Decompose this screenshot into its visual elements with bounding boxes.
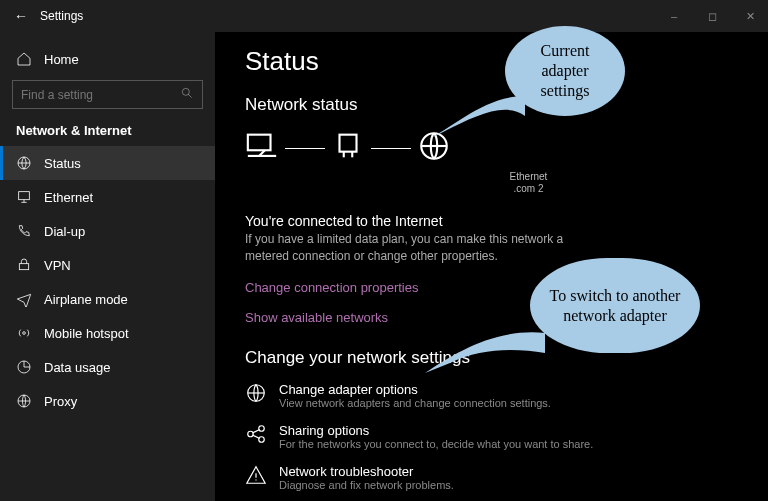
svg-point-8 <box>23 332 26 335</box>
svg-rect-12 <box>248 135 271 151</box>
sidebar-item-label: Data usage <box>44 360 111 375</box>
callout-switch-adapter: To switch to another network adapter <box>530 258 700 353</box>
back-button[interactable]: ← <box>8 8 34 24</box>
callout-current-adapter: Current adapter settings <box>505 26 625 116</box>
sidebar-item-status[interactable]: Status <box>0 146 215 180</box>
link-available-networks[interactable]: Show available networks <box>245 310 388 325</box>
window-controls: – ◻ ✕ <box>664 10 760 23</box>
titlebar: ← Settings – ◻ ✕ <box>0 0 768 32</box>
sidebar-item-label: Airplane mode <box>44 292 128 307</box>
option-sharing[interactable]: Sharing options For the networks you con… <box>245 423 744 450</box>
sidebar-home-label: Home <box>44 52 79 67</box>
sidebar-item-vpn[interactable]: VPN <box>0 248 215 282</box>
svg-point-24 <box>259 437 265 443</box>
connection-line <box>285 148 325 149</box>
warning-icon <box>245 464 267 491</box>
page-title: Status <box>245 46 744 77</box>
option-desc: Diagnose and fix network problems. <box>279 479 454 491</box>
sidebar-item-label: Proxy <box>44 394 77 409</box>
sidebar-item-label: Mobile hotspot <box>44 326 129 341</box>
search-icon <box>180 86 194 103</box>
option-desc: For the networks you connect to, decide … <box>279 438 593 450</box>
sidebar-item-dialup[interactable]: Dial-up <box>0 214 215 248</box>
svg-line-26 <box>252 435 259 439</box>
search-input[interactable] <box>21 88 180 102</box>
option-desc: View network adapters and change connect… <box>279 397 551 409</box>
sidebar-item-label: VPN <box>44 258 71 273</box>
option-title: Change adapter options <box>279 382 551 397</box>
sidebar-item-label: Ethernet <box>44 190 93 205</box>
hotspot-icon <box>16 325 32 341</box>
data-usage-icon <box>16 359 32 375</box>
pc-icon <box>245 129 279 167</box>
svg-rect-4 <box>19 192 30 200</box>
status-icon <box>16 155 32 171</box>
home-icon <box>16 51 32 67</box>
connected-desc: If you have a limited data plan, you can… <box>245 231 575 266</box>
sidebar-item-proxy[interactable]: Proxy <box>0 384 215 418</box>
svg-point-23 <box>259 426 265 432</box>
svg-rect-7 <box>19 264 28 270</box>
phone-icon <box>16 223 32 239</box>
sidebar-item-ethernet[interactable]: Ethernet <box>0 180 215 214</box>
connection-line <box>371 148 411 149</box>
search-box[interactable] <box>12 80 203 109</box>
option-title: Network troubleshooter <box>279 464 454 479</box>
vpn-icon <box>16 257 32 273</box>
close-button[interactable]: ✕ <box>740 10 760 23</box>
sidebar-item-airplane[interactable]: Airplane mode <box>0 282 215 316</box>
window-title: Settings <box>40 9 83 23</box>
sidebar-item-hotspot[interactable]: Mobile hotspot <box>0 316 215 350</box>
sidebar-item-datausage[interactable]: Data usage <box>0 350 215 384</box>
svg-line-25 <box>252 429 259 433</box>
router-icon <box>331 129 365 167</box>
svg-line-1 <box>188 94 192 98</box>
svg-rect-15 <box>340 135 357 152</box>
link-connection-properties[interactable]: Change connection properties <box>245 280 418 295</box>
option-change-adapter[interactable]: Change adapter options View network adap… <box>245 382 744 409</box>
ethernet-icon <box>16 189 32 205</box>
sharing-icon <box>245 423 267 450</box>
diagram-caption: Ethernet.com 2 <box>313 171 744 195</box>
svg-point-22 <box>248 431 254 437</box>
sidebar-home[interactable]: Home <box>0 42 215 76</box>
minimize-button[interactable]: – <box>664 10 684 23</box>
adapter-icon <box>245 382 267 409</box>
sidebar-section-label: Network & Internet <box>0 109 215 146</box>
proxy-icon <box>16 393 32 409</box>
sidebar-item-label: Status <box>44 156 81 171</box>
sidebar-item-label: Dial-up <box>44 224 85 239</box>
option-title: Sharing options <box>279 423 593 438</box>
connected-title: You're connected to the Internet <box>245 213 744 229</box>
option-troubleshooter[interactable]: Network troubleshooter Diagnose and fix … <box>245 464 744 491</box>
maximize-button[interactable]: ◻ <box>702 10 722 23</box>
sidebar: Home Network & Internet Status Ethernet … <box>0 32 215 501</box>
airplane-icon <box>16 291 32 307</box>
